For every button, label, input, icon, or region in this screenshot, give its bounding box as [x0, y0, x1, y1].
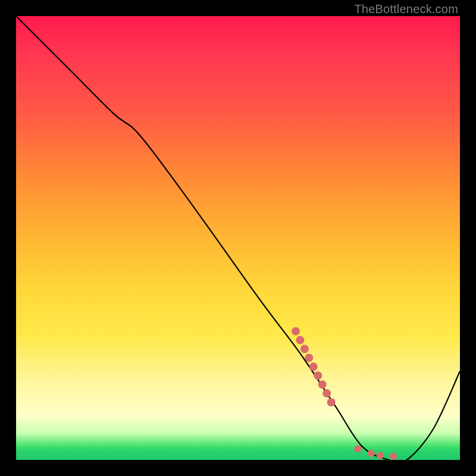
- marker-dot: [368, 450, 375, 457]
- marker-dot: [314, 371, 322, 380]
- chart-svg: [16, 16, 460, 460]
- marker-dot: [292, 327, 300, 336]
- marker-dot: [318, 380, 327, 389]
- watermark-label: TheBottleneck.com: [354, 2, 458, 16]
- marker-dot: [390, 453, 397, 460]
- marker-dot: [354, 445, 361, 452]
- marker-dot: [300, 345, 309, 353]
- marker-dot: [327, 398, 336, 406]
- marker-dot: [309, 362, 318, 371]
- marker-dot: [296, 336, 304, 345]
- curve-line: [16, 16, 460, 463]
- marker-cluster: [292, 327, 397, 460]
- marker-dot: [305, 353, 313, 362]
- marker-dot: [377, 452, 384, 459]
- marker-dot: [322, 389, 331, 397]
- chart-frame: [16, 16, 460, 460]
